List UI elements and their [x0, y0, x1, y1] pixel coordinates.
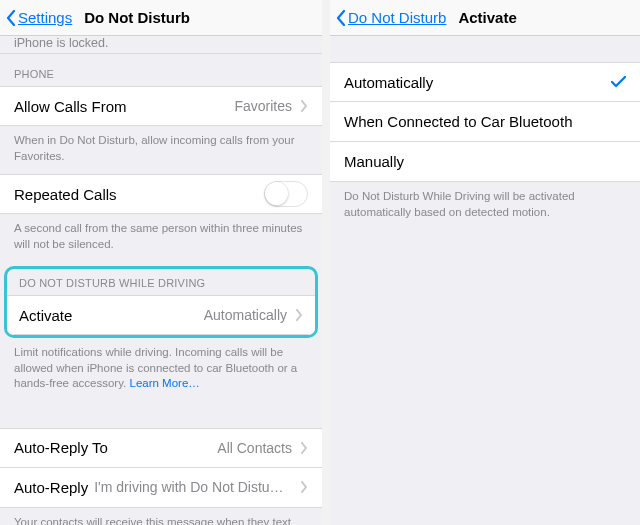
allow-calls-value: Favorites	[234, 98, 292, 114]
driving-highlight-group: DO NOT DISTURB WHILE DRIVING Activate Au…	[4, 266, 318, 338]
chevron-right-icon	[295, 309, 303, 321]
auto-reply-to-value: All Contacts	[217, 440, 292, 456]
chevron-left-icon	[336, 10, 346, 26]
navbar-left: Settings Do Not Disturb	[0, 0, 322, 36]
repeated-calls-label: Repeated Calls	[14, 186, 117, 203]
section-header-phone: PHONE	[0, 54, 322, 86]
auto-reply-value: I'm driving with Do Not Distu…	[94, 479, 292, 495]
page-title: Do Not Disturb	[84, 9, 190, 26]
navbar-right: Do Not Disturb Activate	[330, 0, 640, 36]
allow-calls-label: Allow Calls From	[14, 98, 127, 115]
activate-value: Automatically	[204, 307, 287, 323]
chevron-left-icon	[6, 10, 16, 26]
page-title-right: Activate	[458, 9, 516, 26]
repeated-calls-row: Repeated Calls	[0, 174, 322, 214]
auto-reply-to-label: Auto-Reply To	[14, 439, 108, 456]
back-button-settings[interactable]: Settings	[6, 9, 72, 26]
right-scroll[interactable]: AutomaticallyWhen Connected to Car Bluet…	[330, 36, 640, 525]
back-label: Settings	[18, 9, 72, 26]
chevron-right-icon	[300, 481, 308, 493]
chevron-right-icon	[300, 442, 308, 454]
repeated-calls-footer: A second call from the same person withi…	[0, 214, 322, 262]
auto-reply-label: Auto-Reply	[14, 479, 88, 496]
auto-reply-to-row[interactable]: Auto-Reply To All Contacts	[0, 428, 322, 468]
activate-row[interactable]: Activate Automatically	[7, 295, 315, 335]
back-button-dnd[interactable]: Do Not Disturb	[336, 9, 446, 26]
check-icon	[611, 76, 626, 88]
learn-more-link[interactable]: Learn More…	[129, 377, 199, 389]
activate-label: Activate	[19, 307, 72, 324]
option-label: Automatically	[344, 74, 433, 91]
allow-calls-footer: When in Do Not Disturb, allow incoming c…	[0, 126, 322, 174]
driving-footer: Limit notifications while driving. Incom…	[0, 338, 322, 402]
activate-pane: Do Not Disturb Activate AutomaticallyWhe…	[330, 0, 640, 525]
left-scroll[interactable]: iPhone is locked. PHONE Allow Calls From…	[0, 36, 322, 525]
activate-option[interactable]: Manually	[330, 142, 640, 182]
option-label: When Connected to Car Bluetooth	[344, 113, 572, 130]
auto-reply-row[interactable]: Auto-Reply I'm driving with Do Not Distu…	[0, 468, 322, 508]
cutoff-prev-footer: iPhone is locked.	[0, 36, 322, 54]
options-list: AutomaticallyWhen Connected to Car Bluet…	[330, 62, 640, 182]
back-label-right: Do Not Disturb	[348, 9, 446, 26]
toggle-knob	[265, 182, 288, 205]
chevron-right-icon	[300, 100, 308, 112]
activate-option[interactable]: Automatically	[330, 62, 640, 102]
auto-reply-footer: Your contacts will receive this message …	[0, 508, 322, 525]
repeated-calls-toggle[interactable]	[264, 181, 308, 207]
settings-dnd-pane: Settings Do Not Disturb iPhone is locked…	[0, 0, 322, 525]
activate-footer: Do Not Disturb While Driving will be act…	[330, 182, 640, 230]
option-label: Manually	[344, 153, 404, 170]
activate-option[interactable]: When Connected to Car Bluetooth	[330, 102, 640, 142]
allow-calls-from-row[interactable]: Allow Calls From Favorites	[0, 86, 322, 126]
section-header-driving: DO NOT DISTURB WHILE DRIVING	[7, 269, 315, 295]
